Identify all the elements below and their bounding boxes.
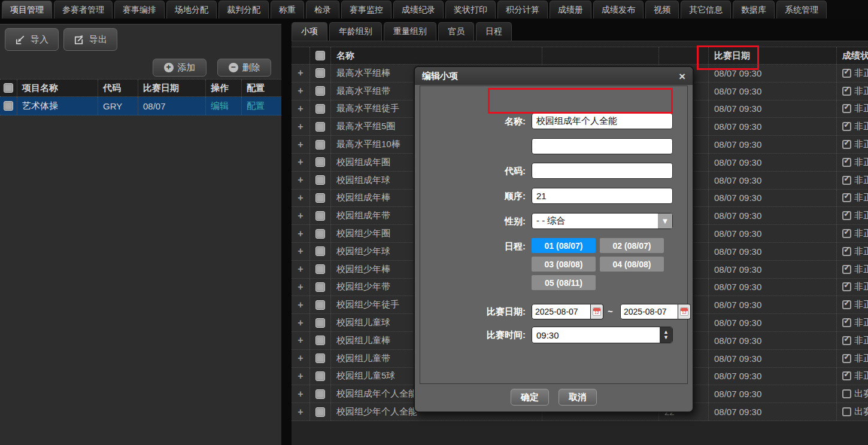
- expand-icon[interactable]: +: [292, 65, 309, 82]
- gender-select[interactable]: ▼: [532, 213, 673, 229]
- status-unchecked-icon[interactable]: [842, 389, 851, 398]
- expand-icon[interactable]: +: [292, 190, 309, 207]
- expand-icon[interactable]: +: [292, 136, 309, 153]
- time-stepper[interactable]: ▲▼: [532, 327, 673, 343]
- schedule-option-3[interactable]: 04 (08/08): [600, 257, 664, 272]
- top-tab-12[interactable]: 成绩发布: [593, 1, 644, 19]
- top-tab-1[interactable]: 参赛者管理: [54, 1, 113, 19]
- row-checkbox[interactable]: [315, 157, 325, 167]
- status-checked-icon[interactable]: [842, 140, 851, 149]
- sub-tab-4[interactable]: 日程: [476, 22, 512, 41]
- row-checkbox[interactable]: [315, 211, 325, 221]
- code-input[interactable]: [532, 163, 673, 179]
- expand-icon[interactable]: +: [292, 385, 309, 403]
- expand-icon[interactable]: +: [292, 154, 309, 171]
- top-tab-14[interactable]: 其它信息: [681, 1, 731, 19]
- expand-icon[interactable]: +: [292, 243, 309, 260]
- expand-icon[interactable]: +: [292, 172, 309, 189]
- expand-icon[interactable]: +: [292, 207, 309, 224]
- spinner-icons[interactable]: ▲▼: [660, 327, 672, 343]
- schedule-option-4[interactable]: 05 (08/11): [532, 275, 596, 290]
- status-checked-icon[interactable]: [842, 122, 851, 131]
- edit-link[interactable]: 编辑: [205, 97, 241, 115]
- row-checkbox[interactable]: [315, 175, 325, 185]
- top-tab-6[interactable]: 检录: [306, 1, 339, 19]
- row-checkbox[interactable]: [315, 282, 325, 292]
- status-checked-icon[interactable]: [842, 265, 851, 274]
- status-checked-icon[interactable]: [842, 300, 851, 309]
- status-checked-icon[interactable]: [842, 211, 851, 220]
- top-tab-5[interactable]: 称重: [271, 1, 304, 19]
- row-checkbox[interactable]: [315, 371, 325, 381]
- sub-tab-2[interactable]: 重量组别: [384, 22, 436, 41]
- expand-icon[interactable]: +: [292, 403, 309, 420]
- row-checkbox[interactable]: [315, 86, 325, 96]
- top-tab-9[interactable]: 奖状打印: [445, 1, 496, 19]
- top-tab-0[interactable]: 项目管理: [2, 1, 52, 19]
- top-tab-7[interactable]: 赛事监控: [341, 1, 391, 19]
- top-tab-4[interactable]: 裁判分配: [218, 1, 269, 19]
- export-button[interactable]: 导出: [63, 28, 117, 51]
- cancel-button[interactable]: 取消: [559, 389, 597, 406]
- header-checkbox[interactable]: [4, 83, 13, 93]
- import-button[interactable]: 导入: [5, 28, 59, 51]
- expand-icon[interactable]: +: [292, 296, 309, 313]
- calendar-icon[interactable]: [678, 304, 691, 319]
- left-add-button[interactable]: + 添加: [153, 59, 207, 77]
- top-tab-3[interactable]: 场地分配: [166, 1, 217, 19]
- row-checkbox[interactable]: [315, 140, 325, 150]
- gender-select-value[interactable]: [532, 213, 673, 229]
- event-row-selected[interactable]: 艺术体操 GRY 08/07 编辑 配置: [0, 97, 281, 115]
- date-from-input[interactable]: [532, 304, 591, 319]
- top-tab-11[interactable]: 成绩册: [550, 1, 591, 19]
- name-input[interactable]: [532, 113, 673, 129]
- top-tab-10[interactable]: 积分计算: [497, 1, 548, 19]
- ok-button[interactable]: 确定: [511, 389, 549, 406]
- header-checkbox[interactable]: [315, 51, 325, 60]
- expand-icon[interactable]: +: [292, 368, 309, 385]
- expand-icon[interactable]: +: [292, 261, 309, 278]
- expand-icon[interactable]: +: [292, 314, 309, 331]
- status-checked-icon[interactable]: [842, 336, 851, 345]
- top-tab-13[interactable]: 视频: [645, 1, 679, 19]
- status-checked-icon[interactable]: [842, 193, 851, 202]
- status-checked-icon[interactable]: [842, 247, 851, 256]
- row-checkbox[interactable]: [315, 336, 325, 345]
- row-checkbox[interactable]: [315, 318, 325, 328]
- left-delete-button[interactable]: − 删除: [217, 59, 271, 77]
- top-tab-16[interactable]: 系统管理: [776, 1, 827, 19]
- top-tab-2[interactable]: 赛事编排: [114, 1, 165, 19]
- status-checked-icon[interactable]: [842, 354, 851, 363]
- sub-tab-1[interactable]: 年龄组别: [329, 22, 382, 41]
- row-checkbox[interactable]: [315, 68, 325, 78]
- chevron-down-icon[interactable]: ▼: [658, 214, 672, 228]
- status-unchecked-icon[interactable]: [842, 407, 851, 416]
- date-to-input[interactable]: [620, 304, 678, 319]
- status-checked-icon[interactable]: [842, 87, 851, 96]
- row-checkbox[interactable]: [4, 101, 13, 111]
- schedule-option-1[interactable]: 02 (08/07): [600, 238, 664, 253]
- status-checked-icon[interactable]: [842, 229, 851, 238]
- schedule-option-0[interactable]: 01 (08/07): [532, 238, 596, 253]
- time-input[interactable]: [532, 327, 673, 343]
- row-checkbox[interactable]: [315, 229, 325, 239]
- row-checkbox[interactable]: [315, 104, 325, 114]
- row-checkbox[interactable]: [315, 389, 325, 399]
- top-tab-8[interactable]: 成绩纪录: [393, 1, 444, 19]
- status-checked-icon[interactable]: [842, 158, 851, 167]
- config-link[interactable]: 配置: [241, 97, 281, 115]
- sub-tab-3[interactable]: 官员: [438, 22, 474, 41]
- status-checked-icon[interactable]: [842, 371, 851, 380]
- status-checked-icon[interactable]: [842, 104, 851, 113]
- status-checked-icon[interactable]: [842, 69, 851, 78]
- status-checked-icon[interactable]: [842, 318, 851, 327]
- row-checkbox[interactable]: [315, 407, 325, 417]
- status-checked-icon[interactable]: [842, 282, 851, 291]
- row-checkbox[interactable]: [315, 122, 325, 132]
- top-tab-15[interactable]: 数据库: [733, 1, 775, 19]
- schedule-option-2[interactable]: 03 (08/08): [532, 257, 596, 272]
- spin-down-icon[interactable]: ▼: [663, 335, 669, 340]
- calendar-icon[interactable]: [591, 304, 603, 319]
- expand-icon[interactable]: +: [292, 350, 309, 367]
- name2-input[interactable]: [532, 138, 673, 154]
